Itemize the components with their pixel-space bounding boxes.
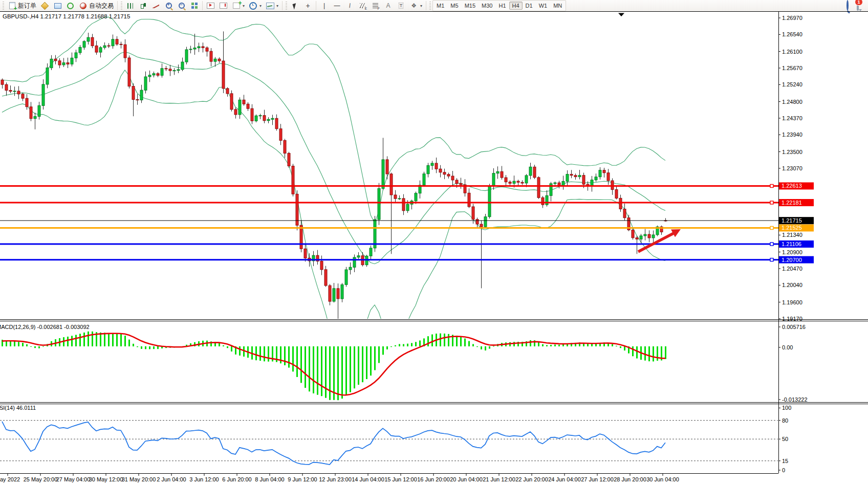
svg-text:30 May 12:00: 30 May 12:00: [89, 476, 123, 482]
timeframe-h1[interactable]: H1: [495, 2, 509, 10]
svg-text:1.25670: 1.25670: [782, 65, 802, 71]
svg-text:1.21715: 1.21715: [782, 217, 802, 224]
templates-button[interactable]: ▾: [264, 0, 280, 11]
svg-text:15 Jun 12:00: 15 Jun 12:00: [384, 476, 417, 482]
market-watch-button[interactable]: [38, 0, 51, 11]
svg-text:100: 100: [782, 405, 791, 411]
timeframe-m15[interactable]: M15: [462, 2, 479, 10]
crosshair-icon: +: [303, 2, 312, 10]
arrows-tool-button[interactable]: ❖▾: [407, 0, 424, 11]
candlestick-chart-button[interactable]: [137, 0, 149, 11]
time-axis[interactable]: May 202225 May 20:0027 May 04:0030 May 1…: [0, 474, 679, 483]
autotrade-label: 自动交易: [89, 2, 114, 10]
crosshair-tool-button[interactable]: +: [301, 0, 314, 11]
text-tool-button[interactable]: A: [382, 0, 395, 11]
autotrade-button[interactable]: 自动交易: [77, 0, 116, 11]
rsi-panel: [0, 421, 778, 465]
svg-text:21 Jun 12:00: 21 Jun 12:00: [483, 476, 515, 482]
svg-text:1.23500: 1.23500: [782, 149, 802, 155]
horizontal-line-tool-button[interactable]: —: [331, 0, 343, 11]
search-icon: [847, 0, 849, 11]
new-order-label: 新订单: [18, 2, 36, 10]
horizontal-line-icon: —: [333, 2, 341, 10]
timeframe-h4[interactable]: H4: [509, 2, 523, 10]
toolbar-grip[interactable]: [121, 2, 122, 10]
svg-text:May 2022: May 2022: [0, 476, 20, 482]
bar-chart-button[interactable]: [124, 0, 137, 11]
notification-badge: 1: [855, 0, 863, 6]
chart-shift-button[interactable]: [217, 0, 230, 11]
svg-text:1.22613: 1.22613: [782, 183, 802, 189]
rsi-label: RSI(14) 46.0111: [0, 405, 36, 411]
macd-axis[interactable]: 0.0057160.00-0.013222: [778, 324, 808, 403]
cursor-tool-button[interactable]: [289, 0, 301, 11]
fibonacci-tool-button[interactable]: F: [369, 0, 382, 11]
svg-text:1.23940: 1.23940: [782, 131, 802, 138]
new-order-button[interactable]: 新订单: [6, 0, 38, 11]
line-chart-button[interactable]: [149, 0, 162, 11]
svg-text:12 Jun 23:00: 12 Jun 23:00: [319, 476, 352, 482]
zoom-out-button[interactable]: −: [175, 0, 188, 11]
vertical-line-tool-button[interactable]: |: [318, 0, 331, 11]
market-watch-icon: [40, 2, 49, 10]
text-label-tool-button[interactable]: T: [395, 0, 407, 11]
svg-text:24 Jun 04:00: 24 Jun 04:00: [548, 476, 581, 482]
svg-text:1.26970: 1.26970: [782, 15, 802, 21]
timeframe-mn[interactable]: MN: [550, 2, 565, 10]
timeframe-w1[interactable]: W1: [536, 2, 551, 10]
timeframe-m1[interactable]: M1: [433, 2, 447, 10]
text-label-icon: T: [397, 2, 405, 10]
tile-windows-icon: [190, 2, 199, 10]
trend-arrow[interactable]: [638, 229, 681, 252]
timeframe-m30[interactable]: M30: [479, 2, 495, 10]
level-lines[interactable]: 1.226131.221811.215251.211061.20700: [0, 182, 814, 263]
svg-text:1.24370: 1.24370: [782, 115, 802, 121]
add-indicator-icon: [232, 2, 241, 10]
zoom-in-button[interactable]: +: [162, 0, 175, 11]
autotrade-icon: [79, 2, 88, 10]
terminal-icon: [53, 2, 62, 10]
svg-text:50: 50: [782, 436, 788, 442]
svg-text:1.22181: 1.22181: [782, 200, 802, 206]
svg-text:25 May 20:00: 25 May 20:00: [24, 476, 58, 482]
search-button[interactable]: [847, 1, 849, 10]
timeframe-d1[interactable]: D1: [523, 2, 536, 10]
macd-panel: [2, 332, 666, 400]
price-axis[interactable]: 1.269701.265401.261001.256701.252401.248…: [778, 15, 802, 322]
chevron-down-icon: ▾: [420, 4, 422, 8]
svg-text:22 Jun 20:00: 22 Jun 20:00: [515, 476, 548, 482]
rsi-axis[interactable]: 1008050150: [778, 405, 791, 473]
svg-text:1.19170: 1.19170: [782, 316, 802, 322]
svg-text:1.20040: 1.20040: [782, 282, 802, 288]
add-indicator-button[interactable]: ▾: [230, 0, 247, 11]
svg-text:1.26100: 1.26100: [782, 49, 802, 55]
toolbar-grip[interactable]: [429, 2, 431, 10]
svg-text:1.21525: 1.21525: [782, 225, 802, 231]
terminal-button[interactable]: [51, 0, 64, 11]
notifications-button[interactable]: 1: [857, 1, 859, 10]
zoom-out-icon: −: [177, 2, 186, 10]
svg-text:1.19600: 1.19600: [782, 299, 802, 305]
chart-shift-icon: [219, 2, 228, 10]
svg-text:1.21340: 1.21340: [782, 232, 802, 238]
text-icon: A: [384, 2, 393, 10]
svg-text:14 Jun 04:00: 14 Jun 04:00: [352, 476, 384, 482]
tile-windows-button[interactable]: [188, 0, 201, 11]
signals-button[interactable]: [64, 0, 77, 11]
toolbar-grip[interactable]: [286, 2, 287, 10]
trendline-tool-button[interactable]: /: [343, 0, 356, 11]
new-order-icon: [8, 2, 16, 10]
toolbar-grip[interactable]: [3, 2, 4, 10]
svg-text:31 May 20:00: 31 May 20:00: [122, 476, 156, 482]
channel-tool-button[interactable]: E: [356, 0, 369, 11]
chart-canvas[interactable]: 1.226131.221811.215251.211061.207001.217…: [0, 11, 868, 485]
svg-text:16 Jun 20:00: 16 Jun 20:00: [417, 476, 450, 482]
auto-scroll-button[interactable]: [204, 0, 217, 11]
svg-text:27 May 04:00: 27 May 04:00: [56, 476, 91, 482]
periods-button[interactable]: ▾: [247, 0, 264, 11]
svg-text:1.20470: 1.20470: [782, 266, 802, 272]
signals-icon: [66, 2, 75, 10]
timeframe-m5[interactable]: M5: [447, 2, 461, 10]
svg-text:20 Jun 04:00: 20 Jun 04:00: [450, 476, 483, 482]
svg-text:80: 80: [782, 417, 788, 424]
